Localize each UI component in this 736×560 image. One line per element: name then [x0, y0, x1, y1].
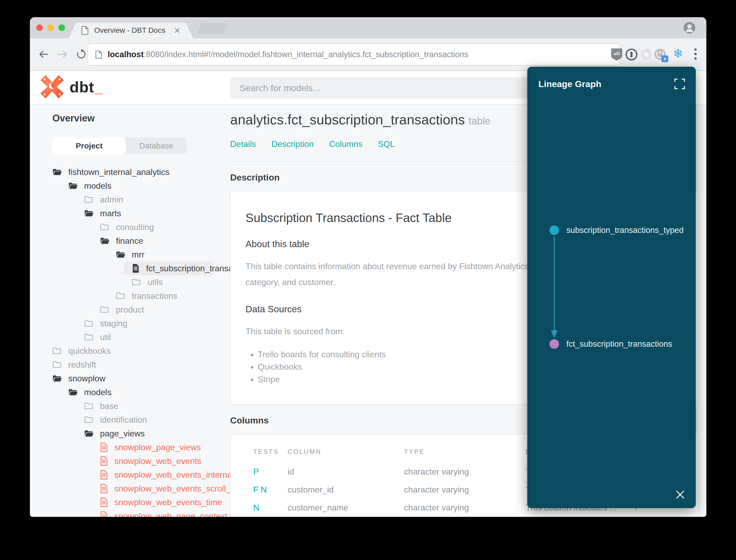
tree-item-base[interactable]: base: [52, 399, 214, 413]
new-tab-button[interactable]: [196, 23, 229, 34]
address-bar[interactable]: localhost:8080/index.html#!/model/model.…: [88, 43, 620, 66]
tree-item-quickbooks[interactable]: quickbooks: [52, 344, 214, 358]
file-tree: fishtown_internal_analyticsmodelsadminma…: [52, 165, 220, 517]
browser-profile-avatar[interactable]: [683, 21, 696, 34]
tree-item-label: consulting: [116, 222, 154, 232]
tree-item-identification[interactable]: identification: [52, 413, 214, 427]
tree-item-label: product: [116, 305, 144, 315]
tree-item-product[interactable]: product: [52, 303, 214, 317]
tree-item-models[interactable]: models: [52, 385, 214, 399]
tree-item-snowplow_web_page_context[interactable]: snowplow_web_page_context: [52, 509, 214, 517]
lineage-node-current[interactable]: fct_subscription_transactions: [549, 339, 672, 349]
browser-menu-icon[interactable]: [694, 48, 697, 61]
tree-item-label: snowplow_web_page_context: [114, 511, 227, 517]
lineage-edge: [549, 233, 560, 345]
tree-item-label: finance: [116, 236, 143, 246]
tree-item-util[interactable]: util: [52, 330, 214, 344]
tree-item-marts[interactable]: marts: [52, 206, 214, 220]
tree-item-snowplow_web_events_scroll_depth[interactable]: snowplow_web_events_scroll_depth: [52, 482, 214, 495]
tree-item-page_views[interactable]: page_views: [52, 427, 214, 440]
tree-item-label: staging: [100, 319, 127, 328]
tab-columns[interactable]: Columns: [329, 139, 363, 149]
close-window-button[interactable]: [36, 24, 43, 31]
url-page-icon: [95, 50, 102, 59]
tree-item-label: quickbooks: [68, 346, 111, 356]
folder-open-icon: [68, 182, 78, 190]
node-circle: [549, 225, 559, 235]
close-lineage-icon[interactable]: [675, 490, 685, 500]
cell-tests: N: [253, 503, 288, 513]
tree-item-fishtown_internal_analytics[interactable]: fishtown_internal_analytics: [52, 165, 214, 179]
disabled-extension-icon[interactable]: [640, 48, 652, 62]
tree-item-transactions[interactable]: transactions: [52, 289, 214, 303]
tree-item-models[interactable]: models: [52, 179, 214, 193]
folder-icon: [84, 319, 94, 327]
tree-item-finance[interactable]: finance: [52, 234, 214, 248]
folder-open-icon: [84, 430, 94, 437]
minimize-window-button[interactable]: [47, 24, 54, 31]
tab-details[interactable]: Details: [230, 139, 256, 149]
sidebar-overview-link[interactable]: Overview: [52, 113, 220, 124]
tree-item-snowplow_web_events[interactable]: snowplow_web_events: [52, 454, 214, 468]
tree-item-snowplow_page_views[interactable]: snowplow_page_views: [52, 440, 214, 454]
header-tests: TESTS: [253, 448, 288, 455]
lineage-node-upstream[interactable]: subscription_transactions_typed: [549, 225, 684, 235]
node-label: fct_subscription_transactions: [566, 339, 672, 349]
tree-item-utils[interactable]: utils: [52, 275, 214, 289]
tree-item-label: util: [100, 332, 111, 342]
header-column: COLUMN: [288, 448, 404, 455]
tree-item-label: snowplow: [68, 374, 106, 383]
tree-item-redshift[interactable]: redshift: [52, 358, 214, 372]
forward-button-icon[interactable]: [57, 48, 69, 61]
lineage-graph-panel: Lineage Graph subscription_transactions_…: [527, 67, 696, 508]
snowflake-extension-icon[interactable]: ❄: [673, 47, 683, 60]
tree-item-mrr[interactable]: mrr: [52, 248, 214, 261]
view-tab-project[interactable]: Project: [52, 138, 126, 154]
tree-item-fct_subscription_transactions[interactable]: fct_subscription_transactions: [124, 261, 214, 275]
dbt-logo-text: dbt_: [70, 78, 103, 96]
url-path: :8080/index.html#!/model/model.fishtown_…: [144, 50, 468, 59]
lineage-graph-title: Lineage Graph: [538, 79, 601, 89]
tree-item-label: models: [84, 387, 111, 397]
file-red-icon: [100, 498, 108, 507]
close-tab-icon[interactable]: [174, 27, 181, 34]
project-database-toggle: ProjectDatabase: [52, 138, 187, 154]
tree-item-label: page_views: [100, 429, 145, 439]
reload-button-icon[interactable]: [75, 48, 87, 61]
view-tab-database[interactable]: Database: [126, 138, 187, 154]
file-red-icon: [100, 442, 108, 452]
cell-column: customer_id: [288, 485, 404, 495]
tree-item-label: mrr: [132, 250, 145, 260]
power-extension-icon[interactable]: x: [653, 48, 669, 64]
tree-item-label: snowplow_web_events_time: [114, 498, 222, 507]
page-favicon-icon: [81, 26, 89, 35]
dbt-logo[interactable]: dbt_: [40, 75, 103, 98]
browser-tab-strip: Overview - DBT Docs: [30, 17, 706, 38]
tree-item-snowplow_web_events_internal_fixed[interactable]: snowplow_web_events_internal_fixed: [52, 468, 214, 482]
folder-open-icon: [52, 374, 62, 382]
folder-icon: [52, 361, 62, 369]
tab-sql[interactable]: SQL: [378, 139, 395, 149]
cell-column: customer_name: [288, 503, 404, 513]
table-row-category[interactable]: Ncategorycharacter varyingThis column in…: [231, 517, 698, 517]
tab-description[interactable]: Description: [272, 139, 314, 149]
back-button-icon[interactable]: [38, 48, 49, 61]
browser-tab[interactable]: Overview - DBT Docs: [69, 22, 193, 38]
ublock-extension-icon[interactable]: uO: [611, 48, 623, 62]
tree-item-staging[interactable]: staging: [52, 317, 214, 330]
folder-icon: [116, 292, 125, 300]
tree-item-snowplow[interactable]: snowplow: [52, 372, 214, 385]
tree-item-label: marts: [100, 209, 121, 218]
folder-open-icon: [52, 168, 62, 176]
folder-open-icon: [68, 388, 78, 396]
window-controls: [36, 24, 65, 31]
zoom-window-button[interactable]: [58, 24, 65, 31]
onepassword-extension-icon[interactable]: [625, 48, 638, 62]
folder-icon: [100, 223, 110, 231]
folder-icon: [84, 416, 94, 424]
tree-item-snowplow_web_events_time[interactable]: snowplow_web_events_time: [52, 495, 214, 509]
file-icon: [132, 264, 140, 273]
tree-item-consulting[interactable]: consulting: [52, 220, 214, 234]
expand-fullscreen-icon[interactable]: [674, 78, 686, 90]
tree-item-admin[interactable]: admin: [52, 193, 214, 206]
